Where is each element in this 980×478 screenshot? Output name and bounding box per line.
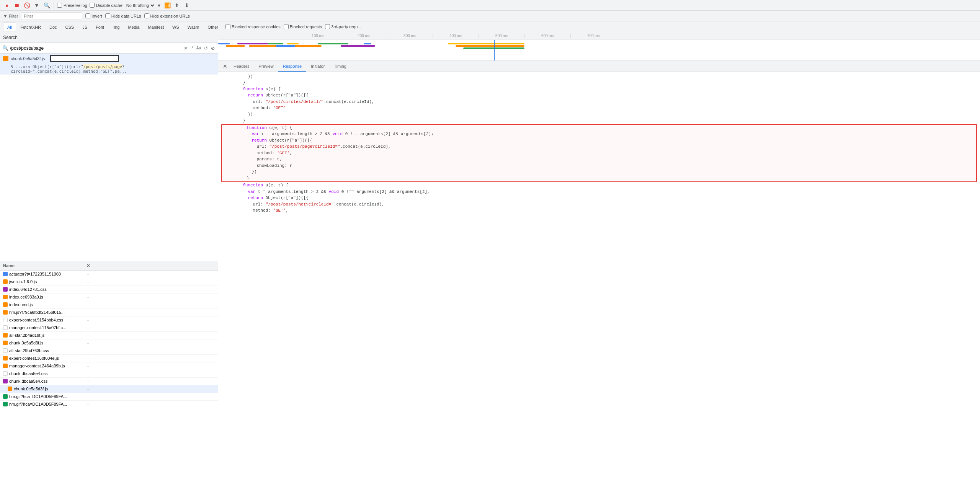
- invert-label[interactable]: Invert: [85, 13, 102, 18]
- code-line-content: var r = arguments.length > 2 && void 0 !…: [242, 131, 434, 137]
- filter-input[interactable]: [24, 14, 74, 18]
- record-button[interactable]: ●: [3, 2, 11, 9]
- search-clear-button[interactable]: ✕: [183, 45, 188, 52]
- code-line-content: }): [238, 73, 253, 80]
- network-row-x: -: [82, 379, 94, 383]
- filter-button[interactable]: ▼: [33, 2, 41, 9]
- code-line-number: [221, 201, 235, 208]
- download-button[interactable]: ⬇: [183, 2, 191, 9]
- type-tab-img[interactable]: Img: [108, 22, 124, 31]
- network-row[interactable]: chunk.dbcaa5e4.css-: [0, 370, 218, 378]
- network-row[interactable]: manager-contest.2464a09b.js-: [0, 362, 218, 370]
- checkbox-blocked_requests[interactable]: [284, 24, 289, 29]
- network-row[interactable]: chunk.0e5a5d3f.js-: [0, 339, 218, 347]
- type-tab-checkbox-blocked_cookies[interactable]: Blocked response cookies: [225, 24, 281, 29]
- network-row[interactable]: hm.gif?hca=DC1A0D5F89FA...-: [0, 393, 218, 401]
- type-tab-manifest[interactable]: Manifest: [144, 22, 168, 31]
- search-refresh-button[interactable]: ↺: [203, 45, 209, 52]
- network-row-filename: actuator?t=1722351151060: [9, 272, 61, 276]
- type-tab-media[interactable]: Media: [124, 22, 144, 31]
- detail-tab-response[interactable]: Response: [278, 61, 307, 72]
- throttle-dropdown-icon[interactable]: ▾: [158, 2, 160, 8]
- network-row[interactable]: jweixin-1.6.0.js-: [0, 278, 218, 286]
- hide-extension-urls-checkbox[interactable]: [144, 13, 149, 18]
- network-header-row: Name ✕: [0, 261, 218, 271]
- gif-file-icon: [3, 402, 8, 406]
- timeline-cursor: [494, 40, 495, 61]
- detail-tab-initiator[interactable]: Initiator: [306, 61, 329, 72]
- search-input-row: 🔍 ✕ .* Aa ↺ ⊘: [0, 43, 218, 54]
- type-tab-other[interactable]: Other: [203, 22, 222, 31]
- preserve-log-label[interactable]: Preserve log: [57, 3, 87, 8]
- clear-button[interactable]: 🚫: [23, 2, 31, 9]
- code-line-content: }: [238, 80, 245, 86]
- timeline-tick: 300 ms: [387, 34, 433, 38]
- waterfall-bar: [364, 43, 371, 44]
- disable-cache-checkbox[interactable]: [90, 3, 95, 8]
- detail-tab-headers[interactable]: Headers: [229, 61, 254, 72]
- js-file-icon: [3, 333, 8, 338]
- type-tab-ws[interactable]: WS: [168, 22, 183, 31]
- network-row[interactable]: index.ce6933a0.js-: [0, 294, 218, 301]
- hide-data-urls-label[interactable]: Hide data URLs: [105, 13, 141, 18]
- network-row-x: -: [82, 272, 94, 276]
- network-row-filename: chunk.dbcaa5e4.css: [9, 379, 47, 383]
- network-row[interactable]: manager-contest.115a07bf.c...-: [0, 324, 218, 332]
- network-row[interactable]: chunk.dbcaa5e4.css-: [0, 378, 218, 385]
- network-row[interactable]: export-contest.9154bbb4.css-: [0, 316, 218, 324]
- timeline-tick: 600 ms: [524, 34, 570, 38]
- preserve-log-checkbox[interactable]: [57, 3, 62, 8]
- detail-panel-close-button[interactable]: ✕: [221, 62, 229, 70]
- checkbox-blocked_cookies[interactable]: [225, 24, 230, 29]
- code-line: }): [218, 111, 980, 118]
- throttle-select[interactable]: No throttling Fast 3G Slow 3G: [125, 3, 155, 8]
- type-tab-all[interactable]: All: [3, 22, 16, 31]
- network-row[interactable]: index.umd.js-: [0, 301, 218, 309]
- network-row-filename: chunk.0e5a5d3f.js: [9, 341, 43, 345]
- network-row[interactable]: index.64d12781.css-: [0, 286, 218, 294]
- network-row[interactable]: expert-contest.360f604e.js-: [0, 355, 218, 362]
- detail-tab-preview[interactable]: Preview: [254, 61, 278, 72]
- code-line-number: [221, 99, 235, 105]
- code-highlight-box: function c(e, t) { var r = arguments.len…: [221, 124, 977, 183]
- code-line: method: 'GET',: [218, 207, 980, 214]
- type-tab-css[interactable]: CSS: [61, 22, 78, 31]
- code-line-content: showLoading: r: [242, 163, 292, 169]
- search-input[interactable]: [10, 46, 181, 51]
- search-result-item[interactable]: chunk.0e5a5d3f.js 5 ...urn Object(r["a"]…: [0, 54, 218, 75]
- search-panel: Search 🔍 ✕ .* Aa ↺ ⊘ chunk.0e5a5d3f.js: [0, 32, 218, 478]
- search-regex-button[interactable]: .*: [190, 45, 194, 51]
- network-row[interactable]: chunk.0e5a5d3f.js-: [0, 385, 218, 393]
- network-row[interactable]: hm.gif?hca=DC1A0D5F89FA...-: [0, 401, 218, 408]
- type-tab-fetch[interactable]: Fetch/XHR: [16, 22, 45, 31]
- network-row[interactable]: all-star.29bd763b.css-: [0, 347, 218, 355]
- network-row[interactable]: actuator?t=1722351151060-: [0, 271, 218, 278]
- type-tab-checkbox-3rd_party[interactable]: 3rd-party requ...: [325, 24, 361, 29]
- disable-cache-text: Disable cache: [96, 3, 122, 8]
- type-tab-js[interactable]: JS: [78, 22, 91, 31]
- code-line-number: [221, 207, 235, 214]
- detail-tab-timing[interactable]: Timing: [329, 61, 351, 72]
- type-tab-checkbox-blocked_requests[interactable]: Blocked requests: [284, 24, 322, 29]
- code-line: url: "/post/posts/page?circleId=".concat…: [222, 144, 976, 150]
- upload-button[interactable]: ⬆: [173, 2, 181, 9]
- type-tab-wasm[interactable]: Wasm: [183, 22, 204, 31]
- code-line-content: url: "/post/posts/hot?circleId=".concat(…: [238, 201, 384, 208]
- checkbox-3rd_party[interactable]: [325, 24, 330, 29]
- network-row-x: -: [82, 326, 94, 330]
- network-row[interactable]: all-star.2b4ad19f.js-: [0, 332, 218, 339]
- hide-data-urls-checkbox[interactable]: [105, 13, 110, 18]
- search-button[interactable]: 🔍: [43, 2, 51, 9]
- type-tab-font[interactable]: Font: [91, 22, 108, 31]
- disable-cache-label[interactable]: Disable cache: [90, 3, 122, 8]
- code-line-content: }: [238, 117, 245, 124]
- type-tab-doc[interactable]: Doc: [45, 22, 61, 31]
- hide-data-urls-text: Hide data URLs: [111, 14, 141, 18]
- stop-button[interactable]: ⏹: [13, 2, 21, 9]
- invert-checkbox[interactable]: [85, 13, 90, 18]
- network-row-x: -: [82, 356, 94, 361]
- search-case-button[interactable]: Aa: [196, 45, 202, 51]
- network-row[interactable]: hm.js?f79ca6fbdf21456f015...-: [0, 309, 218, 316]
- hide-extension-urls-label[interactable]: Hide extension URLs: [144, 13, 190, 18]
- search-cancel-button[interactable]: ⊘: [210, 45, 216, 52]
